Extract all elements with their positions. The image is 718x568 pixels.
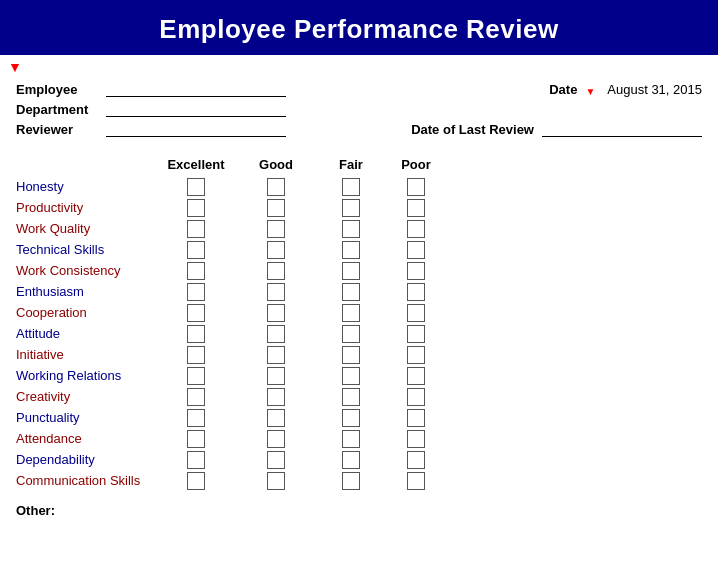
form-section: Employee Date ▼ August 31, 2015 Departme… — [0, 73, 718, 137]
criteria-label: Creativity — [16, 389, 156, 404]
checkbox[interactable] — [187, 304, 205, 322]
checkbox[interactable] — [342, 367, 360, 385]
checkbox[interactable] — [407, 220, 425, 238]
checkbox[interactable] — [267, 430, 285, 448]
reviewer-label: Reviewer — [16, 122, 106, 137]
date-field-group: Date ▼ August 31, 2015 — [549, 82, 702, 97]
checkbox[interactable] — [267, 283, 285, 301]
checkbox[interactable] — [407, 325, 425, 343]
checkbox[interactable] — [342, 325, 360, 343]
checkbox[interactable] — [187, 262, 205, 280]
checkbox[interactable] — [187, 430, 205, 448]
checkbox[interactable] — [342, 409, 360, 427]
checkbox[interactable] — [342, 472, 360, 490]
excellent-header: Excellent — [156, 157, 236, 172]
good-header: Good — [236, 157, 316, 172]
poor-header: Poor — [386, 157, 446, 172]
criteria-label: Cooperation — [16, 305, 156, 320]
criteria-label: Work Consistency — [16, 263, 156, 278]
checkbox[interactable] — [407, 199, 425, 217]
checkbox[interactable] — [187, 367, 205, 385]
checkbox[interactable] — [187, 409, 205, 427]
checkbox[interactable] — [187, 346, 205, 364]
checkbox[interactable] — [342, 199, 360, 217]
employee-input[interactable] — [106, 79, 286, 97]
checkbox[interactable] — [187, 220, 205, 238]
table-row: Honesty — [16, 176, 702, 197]
checkbox[interactable] — [267, 220, 285, 238]
criteria-label: Punctuality — [16, 410, 156, 425]
checkbox[interactable] — [342, 430, 360, 448]
rating-header-row: Excellent Good Fair Poor — [16, 157, 702, 172]
last-review-group: Date of Last Review — [411, 119, 702, 137]
checkbox[interactable] — [407, 283, 425, 301]
checkbox[interactable] — [407, 430, 425, 448]
last-review-label: Date of Last Review — [411, 122, 534, 137]
date-value: August 31, 2015 — [603, 82, 702, 97]
checkbox[interactable] — [267, 472, 285, 490]
checkbox[interactable] — [407, 346, 425, 364]
table-row: Attitude — [16, 323, 702, 344]
checkbox[interactable] — [407, 451, 425, 469]
table-row: Attendance — [16, 428, 702, 449]
checkbox[interactable] — [407, 262, 425, 280]
criteria-label: Communication Skills — [16, 473, 156, 488]
checkbox[interactable] — [267, 325, 285, 343]
table-row: Dependability — [16, 449, 702, 470]
checkbox[interactable] — [267, 388, 285, 406]
table-row: Cooperation — [16, 302, 702, 323]
employee-label: Employee — [16, 82, 106, 97]
criteria-label: Dependability — [16, 452, 156, 467]
checkbox[interactable] — [342, 346, 360, 364]
checkbox[interactable] — [187, 283, 205, 301]
checkbox[interactable] — [342, 262, 360, 280]
checkbox[interactable] — [407, 472, 425, 490]
table-row: Creativity — [16, 386, 702, 407]
checkbox[interactable] — [267, 199, 285, 217]
department-row: Department — [16, 99, 702, 117]
checkbox[interactable] — [187, 451, 205, 469]
checkbox[interactable] — [267, 367, 285, 385]
checkbox[interactable] — [267, 346, 285, 364]
checkbox[interactable] — [342, 241, 360, 259]
checkbox[interactable] — [267, 262, 285, 280]
checkbox[interactable] — [267, 409, 285, 427]
checkbox[interactable] — [342, 283, 360, 301]
department-label: Department — [16, 102, 106, 117]
table-row: Technical Skills — [16, 239, 702, 260]
checkbox[interactable] — [342, 451, 360, 469]
checkbox[interactable] — [267, 178, 285, 196]
checkbox[interactable] — [407, 241, 425, 259]
checkbox[interactable] — [342, 388, 360, 406]
checkbox[interactable] — [187, 325, 205, 343]
checkbox[interactable] — [407, 409, 425, 427]
checkbox[interactable] — [187, 388, 205, 406]
department-input[interactable] — [106, 99, 286, 117]
employee-row: Employee Date ▼ August 31, 2015 — [16, 79, 702, 97]
checkbox[interactable] — [187, 241, 205, 259]
checkbox[interactable] — [407, 304, 425, 322]
table-row: Enthusiasm — [16, 281, 702, 302]
criteria-label: Enthusiasm — [16, 284, 156, 299]
checkbox[interactable] — [187, 472, 205, 490]
last-review-input[interactable] — [542, 119, 702, 137]
table-row: Communication Skills — [16, 470, 702, 491]
criteria-label: Initiative — [16, 347, 156, 362]
checkbox[interactable] — [342, 178, 360, 196]
checkbox[interactable] — [342, 220, 360, 238]
checkbox[interactable] — [267, 241, 285, 259]
checkbox[interactable] — [342, 304, 360, 322]
checkbox[interactable] — [407, 388, 425, 406]
reviewer-row: Reviewer Date of Last Review — [16, 119, 702, 137]
reviewer-input[interactable] — [106, 119, 286, 137]
checkbox[interactable] — [407, 367, 425, 385]
criteria-label: Technical Skills — [16, 242, 156, 257]
checkbox[interactable] — [407, 178, 425, 196]
checkbox[interactable] — [267, 451, 285, 469]
criteria-rows: HonestyProductivityWork QualityTechnical… — [16, 176, 702, 491]
checkbox[interactable] — [267, 304, 285, 322]
table-row: Work Consistency — [16, 260, 702, 281]
checkbox[interactable] — [187, 199, 205, 217]
checkbox[interactable] — [187, 178, 205, 196]
criteria-label: Attendance — [16, 431, 156, 446]
